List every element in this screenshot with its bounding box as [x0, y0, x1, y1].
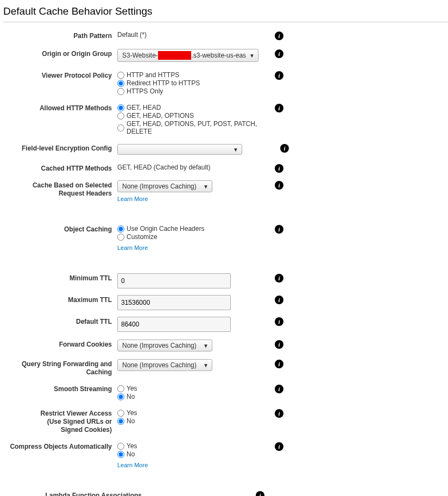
info-icon[interactable]: i — [256, 491, 264, 496]
fle-config-dropdown[interactable]: ▼ — [117, 144, 242, 155]
max-ttl-input[interactable] — [117, 295, 231, 310]
info-icon[interactable]: i — [275, 49, 283, 58]
radio-get-head[interactable]: GET, HEAD — [117, 104, 275, 111]
radio-https-only[interactable]: HTTPS Only — [117, 87, 275, 95]
default-ttl-input[interactable] — [117, 317, 231, 332]
label-cache-headers: Cache Based on Selected Request Headers — [3, 179, 117, 198]
label-max-ttl: Maximum TTL — [3, 294, 117, 304]
label-qs-forwarding: Query String Forwarding and Caching — [3, 358, 117, 376]
info-icon[interactable]: i — [275, 274, 283, 282]
label-cached-http: Cached HTTP Methods — [3, 162, 117, 173]
info-icon[interactable]: i — [275, 296, 283, 304]
label-allowed-http: Allowed HTTP Methods — [3, 102, 117, 112]
page-title: Default Cache Behavior Settings — [3, 5, 448, 20]
min-ttl-input[interactable] — [117, 273, 231, 288]
radio-restrict-no[interactable]: No — [117, 417, 275, 425]
origin-suffix: .s3-website-us-eas — [191, 52, 246, 59]
learn-more-link[interactable]: Learn More — [117, 244, 148, 251]
info-icon[interactable]: i — [275, 385, 283, 393]
info-icon[interactable]: i — [275, 442, 283, 451]
radio-compress-no[interactable]: No — [117, 450, 275, 458]
info-icon[interactable]: i — [275, 181, 283, 190]
chevron-down-icon: ▼ — [249, 53, 255, 59]
radio-smooth-no[interactable]: No — [117, 393, 275, 400]
label-viewer-protocol: Viewer Protocol Policy — [3, 70, 117, 80]
info-icon[interactable]: i — [275, 317, 283, 326]
radio-redirect-http-to-https[interactable]: Redirect HTTP to HTTPS — [117, 79, 275, 87]
label-restrict-access: Restrict Viewer Access (Use Signed URLs … — [3, 407, 117, 434]
title-divider — [3, 22, 448, 22]
chevron-down-icon: ▼ — [203, 362, 209, 368]
value-path-pattern: Default (*) — [117, 30, 147, 39]
label-fle-config: Field-level Encryption Config — [3, 142, 117, 153]
info-icon[interactable]: i — [275, 164, 283, 173]
label-path-pattern: Path Pattern — [3, 30, 117, 40]
info-icon[interactable]: i — [275, 409, 283, 418]
radio-restrict-yes[interactable]: Yes — [117, 409, 275, 417]
value-cached-http: GET, HEAD (Cached by default) — [117, 162, 210, 171]
label-lambda-assoc: Lambda Function Associations — [3, 489, 147, 496]
radio-http-and-https[interactable]: HTTP and HTTPS — [117, 71, 275, 79]
chevron-down-icon: ▼ — [203, 184, 209, 190]
forward-cookies-dropdown[interactable]: None (Improves Caching) ▼ — [117, 340, 212, 351]
info-icon[interactable]: i — [275, 32, 283, 40]
label-default-ttl: Default TTL — [3, 316, 117, 326]
radio-customize[interactable]: Customize — [117, 233, 275, 241]
learn-more-link[interactable]: Learn More — [117, 462, 148, 468]
radio-smooth-yes[interactable]: Yes — [117, 385, 275, 392]
info-icon[interactable]: i — [275, 71, 283, 80]
label-origin-group: Origin or Origin Group — [3, 48, 117, 58]
label-compress: Compress Objects Automatically — [3, 441, 117, 451]
info-icon[interactable]: i — [275, 225, 283, 234]
radio-use-origin-headers[interactable]: Use Origin Cache Headers — [117, 225, 275, 233]
label-smooth-streaming: Smooth Streaming — [3, 383, 117, 393]
chevron-down-icon: ▼ — [233, 147, 238, 153]
info-icon[interactable]: i — [275, 360, 283, 368]
info-icon[interactable]: i — [280, 144, 289, 153]
label-forward-cookies: Forward Cookies — [3, 338, 117, 349]
radio-all-methods[interactable]: GET, HEAD, OPTIONS, PUT, POST, PATCH, DE… — [117, 120, 275, 135]
learn-more-link[interactable]: Learn More — [117, 196, 148, 202]
chevron-down-icon: ▼ — [203, 343, 209, 349]
radio-compress-yes[interactable]: Yes — [117, 442, 275, 450]
cache-headers-dropdown[interactable]: None (Improves Caching) ▼ — [117, 180, 212, 192]
info-icon[interactable]: i — [275, 104, 283, 112]
origin-group-dropdown[interactable]: S3-Website-.s3-website-us-eas ▼ — [117, 49, 258, 62]
redacted-block — [158, 51, 192, 60]
label-min-ttl: Minimum TTL — [3, 272, 117, 282]
radio-get-head-options[interactable]: GET, HEAD, OPTIONS — [117, 112, 275, 120]
qs-forwarding-dropdown[interactable]: None (Improves Caching) ▼ — [117, 359, 212, 371]
label-object-caching: Object Caching — [3, 223, 117, 234]
origin-prefix: S3-Website- — [122, 52, 158, 59]
info-icon[interactable]: i — [275, 340, 283, 349]
